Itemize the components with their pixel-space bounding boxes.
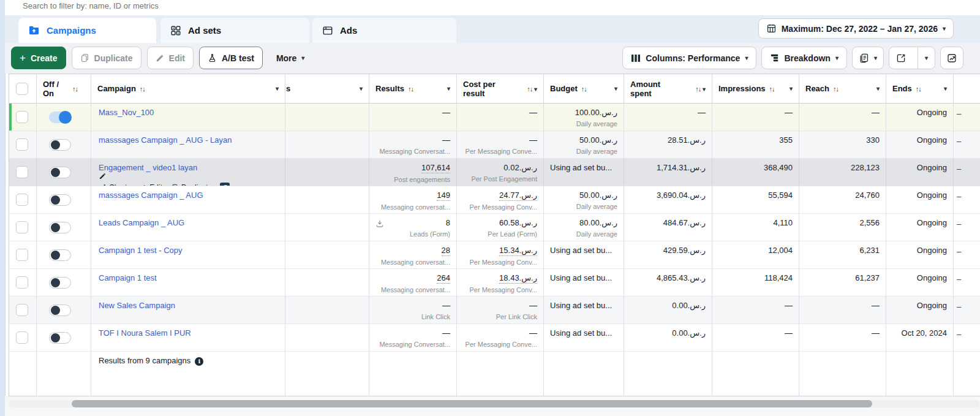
row-checkbox[interactable]	[16, 249, 28, 261]
breakdown-button[interactable]: Breakdown ▾	[761, 47, 847, 69]
campaign-name-link[interactable]: Leads Campaign _ AUG	[99, 218, 184, 227]
filter-caret-icon[interactable]: ▾	[876, 85, 886, 92]
header-campaign[interactable]: Campaign ↑↓ ▾	[91, 74, 285, 104]
campaign-name-link[interactable]: masssages Campaign _ AUG	[99, 191, 203, 200]
view-charts-button[interactable]	[940, 47, 963, 69]
campaign-toggle[interactable]	[49, 249, 71, 261]
results-type-label: Messaging conversat...	[375, 259, 450, 267]
budget-value: Using ad set bu...	[550, 273, 617, 283]
cost-type-label: Per Messaging Conv...	[463, 259, 537, 267]
budget-value: 50.00.ر.س	[550, 191, 617, 200]
header-reach[interactable]: Reach ↑↓ ▾	[799, 74, 886, 104]
clipped-next-column-fragment: –	[957, 164, 961, 173]
campaign-toggle[interactable]	[49, 332, 71, 344]
tab-ad-sets[interactable]: Ad sets	[160, 18, 309, 43]
cost-per-result-value[interactable]: 15.34.ر.س	[499, 246, 537, 256]
table-row: New Sales Campaign—Link Click—Per Link C…	[9, 297, 980, 324]
reach-value: 228,123	[805, 163, 880, 173]
clipped-next-column-fragment: –	[957, 274, 961, 284]
export-options-button[interactable]: ▾	[918, 47, 935, 69]
columns-button[interactable]: Columns: Performance ▾	[622, 47, 756, 69]
edit-button[interactable]: Edit	[147, 47, 194, 69]
filter-caret-icon[interactable]: ▾	[276, 85, 285, 92]
reach-value: —	[805, 108, 880, 118]
active-row-indicator	[9, 104, 12, 131]
filter-caret-icon[interactable]: ▾	[614, 85, 624, 92]
campaign-name-link[interactable]: Mass_Nov_100	[99, 108, 154, 117]
results-value[interactable]: 264	[437, 273, 450, 284]
export-button[interactable]	[889, 47, 913, 69]
filter-caret-icon[interactable]: ▾	[447, 85, 456, 92]
amount-spent-value: 429.59.ر.س	[630, 246, 706, 255]
filter-caret-icon[interactable]: ▾	[360, 85, 369, 92]
filter-caret-icon[interactable]: ▾	[790, 85, 799, 92]
row-checkbox[interactable]	[16, 138, 28, 151]
duplicate-button[interactable]: Duplicate	[72, 47, 141, 69]
header-budget[interactable]: Budget ↑↓ ▾	[544, 74, 624, 104]
campaign-name-link[interactable]: Engagement _ video1 layan	[99, 163, 197, 172]
results-type-label: Link Click	[375, 313, 450, 321]
header-amount-spent[interactable]: Amount spent ↑↓ ▾	[624, 74, 712, 104]
sort-arrows-icon: ↑↓	[140, 85, 145, 93]
reports-button[interactable]: ▾	[852, 47, 884, 69]
horizontal-scrollbar-thumb[interactable]	[72, 400, 872, 407]
tab-campaigns[interactable]: Campaigns	[18, 18, 156, 43]
campaign-name-link[interactable]: Campaign 1 test - Copy	[99, 246, 183, 255]
results-value[interactable]: 149	[437, 191, 450, 201]
row-checkbox[interactable]	[16, 331, 28, 344]
campaign-name-link[interactable]: masssages Campaign _ AUG - Layan	[99, 135, 232, 145]
ends-value: Ongoing	[892, 246, 947, 255]
results-type-label: Messaging Conversat...	[375, 148, 450, 156]
results-summary: Results from 9 campaigns	[99, 356, 190, 365]
cost-per-result-value: 0.02.ر.س	[503, 163, 537, 172]
row-checkbox[interactable]	[16, 194, 28, 206]
ends-value: Ongoing	[892, 163, 947, 173]
more-button[interactable]: More ▾	[268, 47, 312, 69]
header-ends[interactable]: Ends ↑↓ ▾	[886, 74, 954, 104]
cost-per-result-value[interactable]: 18.43.ر.س	[499, 273, 537, 284]
header-cost-per-result[interactable]: Cost per result ↑↓ ▾	[457, 74, 544, 104]
header-clipped-column[interactable]: s ▾	[285, 74, 369, 104]
campaign-toggle[interactable]	[49, 277, 71, 289]
cost-per-result-value[interactable]: 24.77.ر.س	[499, 191, 537, 201]
campaign-toggle[interactable]	[49, 139, 71, 151]
campaign-name-link[interactable]: TOF I Noura Salem I PUR	[99, 328, 191, 338]
search-input[interactable]	[21, 1, 391, 11]
chevron-down-icon: ▾	[745, 55, 748, 61]
info-icon[interactable]: i	[195, 357, 203, 366]
results-type-label: Messaging Conversat...	[375, 341, 450, 349]
row-checkbox[interactable]	[16, 166, 28, 178]
header-impressions[interactable]: Impressions ↑↓ ▾	[712, 74, 799, 104]
sort-and-caret[interactable]: ↑↓ ▾	[523, 85, 543, 93]
campaign-toggle[interactable]	[49, 112, 71, 123]
ends-value: Ongoing	[892, 191, 947, 200]
row-checkbox[interactable]	[16, 304, 28, 316]
row-checkbox[interactable]	[16, 111, 28, 123]
header-results[interactable]: Results ↑↓ ▾	[369, 74, 457, 104]
impressions-value: 368,490	[718, 163, 793, 173]
results-value[interactable]: 107,614	[421, 163, 450, 173]
campaign-toggle[interactable]	[49, 222, 71, 233]
sort-and-caret[interactable]: ↑↓ ▾	[692, 85, 712, 93]
results-type-label: Post engagements	[375, 176, 450, 184]
date-range-picker[interactable]: Maximum: Dec 27, 2022 – Jan 27, 2026 ▾	[758, 18, 954, 39]
results-value[interactable]: 28	[442, 246, 450, 256]
create-button[interactable]: + Create	[11, 47, 66, 69]
select-all-checkbox[interactable]	[16, 83, 28, 95]
ab-test-button[interactable]: A/B test	[199, 47, 263, 69]
horizontal-scrollbar-track[interactable]	[9, 400, 980, 407]
campaign-name-link[interactable]: Campaign 1 test	[99, 273, 157, 282]
campaign-toggle[interactable]	[49, 167, 71, 178]
campaign-name-link[interactable]: New Sales Campaign	[99, 301, 175, 310]
cost-type-label: Per Link Click	[463, 313, 537, 321]
tab-ads[interactable]: Ads	[312, 18, 456, 43]
filter-caret-icon[interactable]: ▾	[944, 85, 953, 92]
header-off-on[interactable]: Off / On ↑↓	[37, 74, 91, 104]
campaign-toggle[interactable]	[49, 304, 71, 316]
row-checkbox[interactable]	[16, 221, 28, 233]
row-checkbox[interactable]	[16, 276, 28, 289]
reach-value: 330	[805, 135, 880, 145]
edit-name-pencil-icon[interactable]	[99, 172, 279, 180]
campaign-toggle[interactable]	[49, 194, 71, 206]
table-row: masssages Campaign _ AUG149Messaging con…	[9, 186, 980, 214]
